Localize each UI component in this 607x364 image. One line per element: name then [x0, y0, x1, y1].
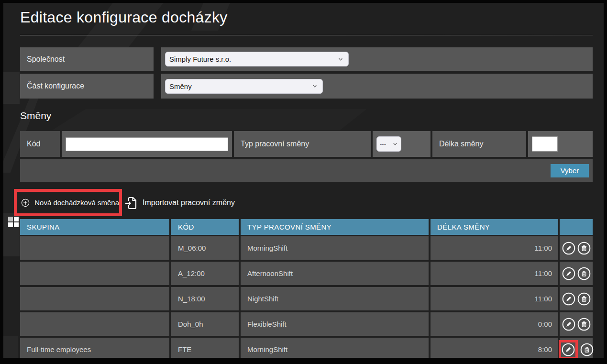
company-select-value: Simply Future s.r.o.	[169, 55, 231, 63]
cell-kod: M_06:00	[171, 236, 239, 260]
attendance-config-page: Editace konfigurace docházky Společnost …	[0, 0, 607, 364]
pencil-circle-icon	[562, 343, 575, 356]
cell-actions	[560, 312, 593, 336]
background-shape	[32, 109, 367, 130]
import-shifts-button-label: Importovat pracovní změny	[143, 199, 235, 207]
code-filter-input[interactable]	[66, 137, 228, 151]
cell-skupina	[20, 287, 169, 310]
config-part-control-cell: Směny	[161, 74, 593, 99]
new-shift-button-label: Nová dochádzková směna	[34, 199, 119, 207]
divider	[154, 47, 161, 71]
edit-button[interactable]	[562, 318, 575, 331]
company-label: Společnost	[20, 47, 154, 71]
background-shape	[3, 336, 18, 364]
header-delka[interactable]: DÉLKA SMĚNY	[430, 219, 558, 235]
cell-actions	[560, 287, 593, 310]
cell-delka: 8:00	[430, 338, 558, 361]
cell-actions	[560, 236, 593, 260]
chevron-down-icon	[338, 56, 343, 62]
edit-button[interactable]	[562, 292, 575, 306]
filter-submit-band: Vyber	[20, 159, 593, 182]
chevron-down-icon	[392, 141, 398, 147]
shift-type-filter-cell: ---	[373, 131, 430, 157]
cell-actions	[560, 338, 593, 361]
cell-kod: FTE	[171, 338, 239, 361]
company-control-cell: Simply Future s.r.o.	[161, 47, 593, 71]
shift-filter-row: Kód Typ pracovní směny --- Délka směny	[20, 131, 593, 157]
header-skupina[interactable]: SKUPINA	[20, 219, 169, 235]
config-part-select[interactable]: Směny	[165, 79, 323, 94]
edit-button[interactable]	[562, 267, 575, 280]
delete-button[interactable]	[577, 292, 591, 306]
table-row: M_06:00 MorningShift 11:00	[20, 236, 593, 260]
shifts-section-title: Směny	[20, 110, 51, 121]
cell-kod: Doh_0h	[171, 312, 239, 336]
config-part-select-value: Směny	[169, 82, 192, 90]
company-select[interactable]: Simply Future s.r.o.	[165, 52, 349, 66]
pencil-circle-icon	[562, 267, 575, 280]
pencil-circle-icon	[562, 242, 575, 255]
page-title: Editace konfigurace docházky	[20, 9, 228, 26]
table-row: Doh_0h FlexibleShift 0:00	[20, 312, 593, 336]
pencil-circle-icon	[562, 318, 575, 331]
shifts-table-body: M_06:00 MorningShift 11:00	[20, 236, 593, 363]
cell-actions	[560, 262, 593, 285]
trash-circle-icon	[577, 267, 591, 280]
background-shape	[3, 72, 20, 104]
cell-delka: 0:00	[430, 312, 558, 336]
pencil-circle-icon	[562, 292, 575, 306]
select-button[interactable]: Vyber	[551, 164, 589, 177]
divider	[154, 74, 161, 99]
company-row: Společnost Simply Future s.r.o.	[20, 47, 593, 71]
trash-circle-icon	[580, 343, 594, 356]
config-part-label: Část konfigurace	[20, 74, 154, 99]
delete-button[interactable]	[577, 267, 591, 280]
delete-button[interactable]	[577, 318, 591, 331]
shift-type-filter-label: Typ pracovní směny	[234, 140, 309, 148]
cell-skupina	[20, 236, 169, 260]
new-shift-button[interactable]: Nová dochádzková směna	[14, 189, 122, 216]
cell-kod: N_18:00	[171, 287, 239, 310]
table-row: Full-time employees FTE MorningShift 8:0…	[20, 338, 593, 361]
cell-delka: 11:00	[430, 287, 558, 310]
shift-length-filter-input[interactable]	[532, 136, 558, 152]
import-shifts-button[interactable]: Importovat pracovní změny	[125, 189, 235, 216]
edit-button[interactable]	[562, 343, 575, 356]
trash-circle-icon	[577, 242, 591, 255]
shifts-table-header: SKUPINA KÓD TYP PRACOVNÍ SMĚNY DÉLKA SMĚ…	[20, 219, 593, 235]
trash-circle-icon	[577, 318, 591, 331]
cell-typ: FlexibleShift	[241, 312, 429, 336]
cell-typ: NightShift	[241, 287, 429, 310]
code-filter-label: Kód	[20, 140, 40, 148]
header-actions	[560, 219, 593, 235]
delete-button[interactable]	[580, 343, 594, 356]
config-part-row: Část konfigurace Směny	[20, 74, 593, 99]
cell-typ: AfternoonShift	[241, 262, 429, 285]
cell-kod: A_12:00	[171, 262, 239, 285]
table-row: A_12:00 AfternoonShift 11:00	[20, 262, 593, 285]
cell-skupina	[20, 262, 169, 285]
shift-type-filter-select[interactable]: ---	[376, 136, 401, 152]
grid-icon[interactable]	[8, 217, 19, 227]
cell-skupina	[20, 312, 169, 336]
highlighted-edit-target	[559, 340, 578, 359]
shift-length-filter-cell	[528, 131, 593, 157]
code-filter-cell	[62, 131, 232, 157]
header-typ[interactable]: TYP PRACOVNÍ SMĚNY	[241, 219, 429, 235]
document-import-icon	[125, 196, 137, 210]
cell-delka: 11:00	[430, 236, 558, 260]
cell-delka: 11:00	[430, 262, 558, 285]
cell-skupina: Full-time employees	[20, 338, 169, 361]
delete-button[interactable]	[577, 242, 591, 255]
title-divider	[20, 35, 593, 35]
plus-circle-icon	[21, 196, 30, 210]
edit-button[interactable]	[562, 242, 575, 255]
trash-circle-icon	[577, 292, 591, 306]
shift-length-filter-label: Délka směny	[432, 140, 483, 148]
table-row: N_18:00 NightShift 11:00	[20, 287, 593, 310]
header-kod[interactable]: KÓD	[171, 219, 239, 235]
chevron-down-icon	[312, 83, 318, 89]
cell-typ: MorningShift	[241, 236, 429, 260]
cell-typ: MorningShift	[241, 338, 429, 361]
shift-type-filter-value: ---	[380, 141, 386, 148]
